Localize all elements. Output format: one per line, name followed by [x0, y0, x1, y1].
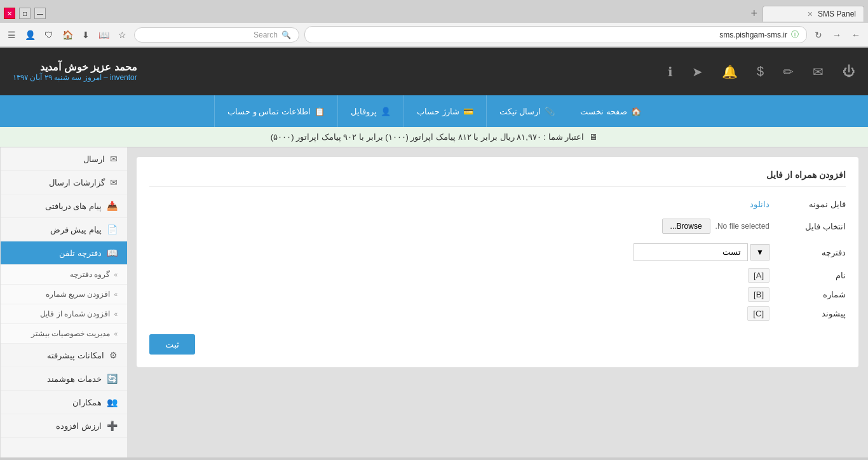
search-placeholder: Search: [254, 30, 278, 39]
nav-charge[interactable]: 💳 شارژ حساب: [403, 95, 486, 127]
prefix-indicator: [C]: [747, 306, 770, 321]
sidebar-item-phonebook-label: دفترچه تلفن: [59, 248, 102, 258]
pencil-icon[interactable]: ✏: [783, 64, 794, 79]
download-button[interactable]: ⬇: [79, 29, 92, 41]
sidebar-item-preset[interactable]: 📄 پیام پیش فرض: [1, 218, 127, 241]
nav-home[interactable]: 🏠 صفحه نخست: [567, 95, 654, 127]
phonebook-input-group: ▼: [149, 243, 770, 261]
contact-nav-icon: 📋: [315, 107, 325, 116]
file-sample-link[interactable]: دانلود: [750, 200, 770, 209]
back-button[interactable]: ←: [849, 29, 863, 41]
search-bar[interactable]: 🔍 Search: [134, 27, 299, 43]
new-tab-button[interactable]: +: [745, 6, 763, 22]
sidebar-item-send[interactable]: ✉ ارسال: [1, 147, 127, 171]
power-icon[interactable]: ⏻: [843, 64, 855, 79]
file-input-wrapper: No file selected. Browse...: [149, 219, 770, 234]
name-indicator: [A]: [748, 268, 770, 283]
prefix-label: پیشوند: [770, 309, 846, 318]
sidebar-item-partners-label: همکاران: [72, 398, 102, 407]
home-button[interactable]: 🏠: [60, 29, 76, 41]
number-label: شماره: [770, 290, 846, 299]
smart-sidebar-icon: 🔄: [107, 374, 118, 384]
sidebar-item-smart[interactable]: 🔄 خدمات هوشمند: [1, 367, 127, 391]
minimize-button[interactable]: —: [34, 8, 46, 19]
close-button[interactable]: ✕: [4, 8, 15, 19]
info-icon[interactable]: ℹ: [668, 64, 673, 79]
prefix-value: [C]: [149, 309, 770, 318]
preset-sidebar-icon: 📄: [107, 224, 118, 234]
file-sample-label: فایل نمونه: [770, 200, 846, 209]
mail-icon[interactable]: ✉: [813, 64, 824, 79]
phonebook-row: دفترچه ▼: [149, 243, 846, 261]
number-indicator: [B]: [748, 287, 770, 302]
partners-sidebar-icon: 👥: [107, 397, 118, 407]
phonebook-dropdown-button[interactable]: ▼: [750, 244, 770, 260]
sidebar-item-received-label: پیام های دریافتی: [45, 201, 102, 211]
current-date: امروز سه شنبه ۲۹ آبان ۱۳۹۷: [13, 73, 102, 82]
send-icon[interactable]: ➤: [692, 64, 703, 79]
sidebar-item-added-value-label: ارزش افزوده: [56, 421, 102, 431]
tab-close-button[interactable]: ×: [808, 9, 813, 19]
sidebar-item-advanced[interactable]: ⚙ امکانات پیشرفته: [1, 344, 127, 367]
sidebar-item-added-value[interactable]: ➕ ارزش افزوده: [1, 414, 127, 438]
number-value: [B]: [149, 290, 770, 299]
nav-profile[interactable]: 👤 پروفایل: [337, 95, 403, 127]
address-bar: ← → ↻ ⓘ sms.pishgam-sms.ir 🔍 Search ☆ 📖 …: [0, 23, 868, 47]
name-row: نام [A]: [149, 271, 846, 280]
dollar-icon[interactable]: $: [757, 64, 764, 79]
tab-bar: SMS Panel × + — □ ✕: [0, 0, 868, 23]
profile-nav-label: پروفایل: [351, 107, 377, 116]
browse-button[interactable]: Browse...: [662, 219, 710, 234]
sidebar-sub-group-phonebook[interactable]: » گروه دفترچه: [1, 265, 127, 285]
menu-button[interactable]: ☰: [5, 29, 18, 41]
sidebar-item-received[interactable]: 📥 پیام های دریافتی: [1, 194, 127, 218]
forward-button[interactable]: →: [830, 29, 844, 41]
bell-icon[interactable]: 🔔: [722, 64, 738, 79]
sidebar-item-send-reports-label: گزارشات ارسال: [49, 178, 105, 187]
arrow-icon-4: »: [114, 330, 118, 337]
secure-icon: ⓘ: [791, 29, 799, 40]
sidebar-sub-add-from-file-label: افزودن شماره از فایل: [40, 309, 110, 318]
home-nav-label: صفحه نخست: [580, 107, 627, 116]
sidebar-sub-manage-props[interactable]: » مدیریت خصوصیات بیشتر: [1, 324, 127, 344]
sidebar-item-advanced-label: امکانات پیشرفته: [47, 351, 104, 360]
file-sample-value: دانلود: [149, 200, 770, 209]
search-icon: 🔍: [281, 30, 291, 39]
name-label: نام: [770, 271, 846, 280]
reload-button[interactable]: ↻: [812, 29, 825, 41]
send-reports-sidebar-icon: ✉: [110, 177, 118, 187]
url-bar[interactable]: ⓘ sms.pishgam-sms.ir: [304, 26, 807, 43]
phonebook-input[interactable]: [634, 243, 748, 261]
card-title: افزودن همراه از فایل: [149, 170, 846, 187]
header-icons: ⏻ ✉ ✏ $ 🔔 ➤ ℹ: [150, 64, 855, 79]
shield-button[interactable]: 🛡: [42, 29, 56, 41]
sidebar: ✉ ارسال ✉ گزارشات ارسال 📥 پیام های دریاف…: [0, 147, 127, 457]
sidebar-item-send-label: ارسال: [83, 154, 105, 164]
nav-contact[interactable]: 📋 اطلاعات تماس و حساب: [214, 95, 337, 127]
sidebar-item-send-reports[interactable]: ✉ گزارشات ارسال: [1, 171, 127, 194]
reader-mode-button[interactable]: 📖: [96, 29, 112, 41]
nav-ticket[interactable]: 📎 ارسال تیکت: [486, 95, 568, 127]
sidebar-sub-add-from-file[interactable]: » افزودن شماره از فایل: [1, 304, 127, 324]
account-button[interactable]: 👤: [22, 29, 38, 41]
arrow-icon: »: [114, 271, 118, 278]
sidebar-item-phonebook[interactable]: 📖 دفترچه تلفن: [1, 241, 127, 265]
credit-icon: 🖥: [589, 132, 597, 142]
tab-title: SMS Panel: [818, 10, 856, 18]
browser-tab[interactable]: SMS Panel ×: [763, 6, 864, 22]
blue-nav: 🏠 صفحه نخست 📎 ارسال تیکت 💳 شارژ حساب 👤 پ…: [0, 95, 868, 127]
submit-button[interactable]: ثبت: [149, 334, 195, 355]
prefix-row: پیشوند [C]: [149, 309, 846, 318]
app-header: ⏻ ✉ ✏ $ 🔔 ➤ ℹ محمد عزیز خوش آمدید invent…: [0, 48, 868, 95]
main-layout: افزودن همراه از فایل فایل نمونه دانلود ا…: [0, 147, 868, 457]
sidebar-item-partners[interactable]: 👥 همکاران: [1, 391, 127, 414]
content-area: افزودن همراه از فایل فایل نمونه دانلود ا…: [127, 147, 868, 457]
profile-nav-icon: 👤: [381, 107, 391, 116]
phonebook-label: دفترچه: [770, 248, 846, 257]
bookmark-star-button[interactable]: ☆: [116, 29, 129, 41]
file-status: No file selected.: [715, 222, 770, 231]
sidebar-sub-add-quick[interactable]: » افزودن سریع شماره: [1, 285, 127, 304]
home-nav-icon: 🏠: [631, 107, 641, 116]
maximize-button[interactable]: □: [19, 8, 31, 19]
header-user: محمد عزیز خوش آمدید inventor – امروز سه …: [13, 61, 137, 82]
